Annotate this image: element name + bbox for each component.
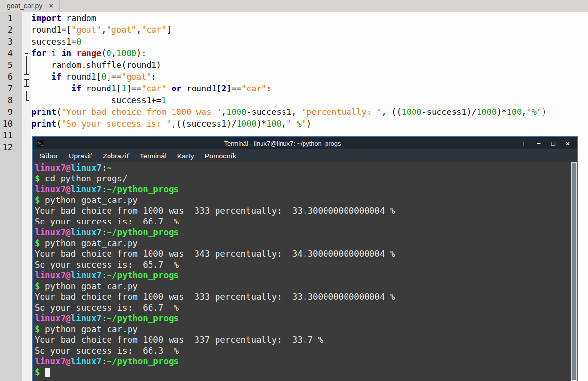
- line-number: 1: [0, 12, 22, 24]
- code-line-5[interactable]: 5 random.shuffle(round1): [0, 59, 161, 71]
- menu-item-terminal[interactable]: Terminál: [134, 149, 172, 162]
- code-line-7[interactable]: 7 if round1[1]=="car" or round1[2]=="car…: [0, 83, 271, 94]
- code-line-4[interactable]: 4for i in range(0,1000):: [0, 47, 147, 59]
- code-line-2[interactable]: 2round1=["goat","goat","car"]: [0, 24, 172, 36]
- fold-spacer: [22, 141, 31, 153]
- terminal-title: Terminál - linux7@linux7: ~/python_progs: [44, 140, 521, 147]
- fold-spacer: [22, 36, 31, 47]
- window-close-button[interactable]: ×: [565, 140, 571, 147]
- window-buttons: ↑−□×: [521, 140, 573, 147]
- terminal-lines: linux7@linux7:~$ cd python_progs/linux7@…: [33, 162, 577, 378]
- terminal-scrollbar[interactable]: [571, 162, 577, 381]
- code-text: if round1[0]=="goat":: [31, 71, 156, 83]
- terminal-window: >_ Terminál - linux7@linux7: ~/python_pr…: [32, 136, 578, 381]
- editor-tab-bar: goat_car.py ×: [0, 0, 588, 12]
- code-line-8[interactable]: 8 success1+=1: [0, 94, 166, 106]
- terminal-line: $: [33, 367, 577, 378]
- terminal-icon: >_: [37, 140, 44, 147]
- terminal-line: linux7@linux7:~/python_progs: [33, 270, 577, 281]
- terminal-line: $ python goat_car.py: [33, 324, 577, 335]
- line-number: 11: [0, 130, 22, 141]
- line-number: 4: [0, 47, 22, 59]
- code-text: print("Your bad choice from 1000 was ",1…: [31, 106, 546, 118]
- fold-spacer: [22, 106, 31, 118]
- line-number: 8: [0, 94, 22, 106]
- terminal-line: linux7@linux7:~/python_progs: [33, 356, 577, 367]
- fold-marker: [22, 94, 31, 106]
- code-text: success1+=1: [31, 94, 166, 106]
- terminal-line: $ cd python_progs/: [33, 173, 577, 184]
- terminal-line: $ python goat_car.py: [33, 281, 577, 291]
- terminal-line: linux7@linux7:~/python_progs: [33, 227, 577, 238]
- code-text: random.shuffle(round1): [31, 59, 161, 71]
- terminal-cursor: [45, 368, 50, 377]
- code-text: print("So your success is: ",((success1)…: [31, 118, 311, 130]
- terminal-line: So your success is: 65.7 %: [33, 259, 577, 270]
- line-number: 12: [0, 141, 22, 153]
- code-line-1[interactable]: 1import random: [0, 12, 96, 24]
- menu-item-zobrazit[interactable]: Zobraziť: [97, 149, 134, 162]
- fold-marker[interactable]: [22, 47, 31, 59]
- window-maximize-button[interactable]: □: [550, 140, 557, 147]
- fold-spacer: [22, 12, 31, 24]
- line-number: 5: [0, 59, 22, 71]
- scrollbar-thumb[interactable]: [572, 163, 576, 380]
- terminal-line: $ python goat_car.py: [33, 195, 577, 205]
- tab-goat-car-py[interactable]: goat_car.py ×: [0, 0, 60, 12]
- code-line-11[interactable]: 11: [0, 130, 31, 141]
- fold-collapse-icon[interactable]: [24, 74, 29, 80]
- line-number: 2: [0, 24, 22, 36]
- fold-marker: [22, 59, 31, 71]
- fold-collapse-icon[interactable]: [24, 51, 29, 56]
- terminal-titlebar[interactable]: >_ Terminál - linux7@linux7: ~/python_pr…: [33, 137, 577, 149]
- menu-item-upravit[interactable]: Upraviť: [64, 149, 97, 162]
- code-text: import random: [31, 12, 96, 24]
- code-line-10[interactable]: 10print("So your success is: ",((success…: [0, 118, 311, 130]
- terminal-line: Your bad choice from 1000 was 337 percen…: [33, 335, 577, 345]
- fold-marker[interactable]: [22, 71, 31, 83]
- terminal-content[interactable]: linux7@linux7:~$ cd python_progs/linux7@…: [33, 162, 577, 381]
- fold-marker[interactable]: [22, 83, 31, 94]
- line-number: 9: [0, 106, 22, 118]
- menu-item-subor[interactable]: Súbor: [34, 149, 64, 162]
- terminal-line: linux7@linux7:~/python_progs: [33, 313, 577, 324]
- terminal-line: Your bad choice from 1000 was 333 percen…: [33, 291, 577, 302]
- terminal-line: $ python goat_car.py: [33, 238, 577, 248]
- fold-spacer: [22, 130, 31, 141]
- code-text: for i in range(0,1000):: [31, 47, 147, 59]
- fold-spacer: [22, 24, 31, 36]
- code-line-12[interactable]: 12: [0, 141, 31, 153]
- code-text: if round1[1]=="car" or round1[2]=="car":: [31, 83, 271, 94]
- fold-spacer: [22, 118, 31, 130]
- menu-item-pomocnik[interactable]: Pomocník: [199, 149, 241, 162]
- window-shade-button[interactable]: ↑: [521, 140, 527, 147]
- terminal-line: linux7@linux7:~: [33, 162, 577, 173]
- window-minimize-button[interactable]: −: [535, 140, 542, 147]
- line-number: 6: [0, 71, 22, 83]
- code-line-9[interactable]: 9print("Your bad choice from 1000 was ",…: [0, 106, 546, 118]
- terminal-line: Your bad choice from 1000 was 343 percen…: [33, 248, 577, 259]
- terminal-line: So your success is: 66.3 %: [33, 345, 577, 356]
- code-text: round1=["goat","goat","car"]: [31, 24, 172, 36]
- menu-item-karty[interactable]: Karty: [172, 149, 199, 162]
- tab-close-icon[interactable]: ×: [49, 2, 53, 10]
- tab-filename: goat_car.py: [7, 2, 42, 10]
- line-number: 7: [0, 83, 22, 94]
- terminal-line: Your bad choice from 1000 was 333 percen…: [33, 205, 577, 216]
- terminal-line: linux7@linux7:~/python_progs: [33, 184, 577, 195]
- terminal-line: So your success is: 66.7 %: [33, 216, 577, 227]
- terminal-menubar: SúborUpraviťZobraziťTerminálKartyPomocní…: [33, 149, 577, 162]
- code-line-3[interactable]: 3success1=0: [0, 36, 81, 47]
- line-number: 10: [0, 118, 22, 130]
- line-number: 3: [0, 36, 22, 47]
- terminal-line: So your success is: 66.7 %: [33, 302, 577, 313]
- code-line-6[interactable]: 6 if round1[0]=="goat":: [0, 71, 156, 83]
- fold-collapse-icon[interactable]: [24, 86, 29, 91]
- code-text: success1=0: [31, 36, 81, 47]
